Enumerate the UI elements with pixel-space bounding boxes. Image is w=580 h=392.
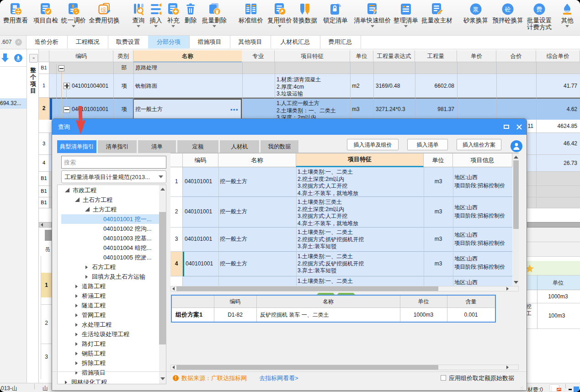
svg-text:浆: 浆 xyxy=(473,6,479,13)
svg-text:综: 综 xyxy=(101,7,106,13)
svg-text:砼: 砼 xyxy=(505,6,511,13)
svg-text:费: 费 xyxy=(537,6,543,13)
